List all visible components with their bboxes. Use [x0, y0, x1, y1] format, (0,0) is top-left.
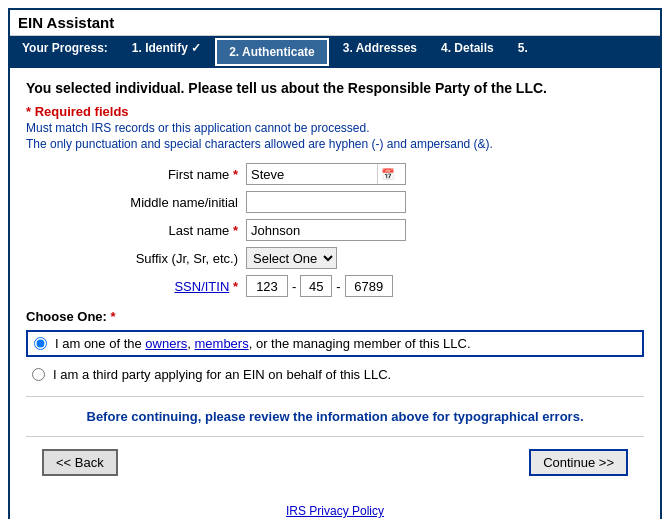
progress-bar: Your Progress: 1. Identify ✓ 2. Authenti… [10, 36, 660, 68]
page-heading: You selected individual. Please tell us … [26, 80, 644, 96]
progress-step-addresses[interactable]: 3. Addresses [331, 36, 429, 68]
first-name-required-star: * [233, 167, 238, 182]
footer: IRS Privacy Policy [10, 496, 660, 519]
back-button[interactable]: << Back [42, 449, 118, 476]
main-content: You selected individual. Please tell us … [10, 68, 660, 496]
app-title-text: EIN Assistant [18, 14, 114, 31]
divider-1 [26, 396, 644, 397]
ssn-part3-input[interactable] [345, 275, 393, 297]
radio-input-1[interactable] [34, 337, 47, 350]
ssn-sep-2: - [336, 279, 340, 294]
members-link[interactable]: members [195, 336, 249, 351]
radio-option-2[interactable]: I am a third party applying for an EIN o… [26, 363, 644, 386]
middle-name-label: Middle name/initial [86, 195, 246, 210]
choose-one-required-star: * [111, 309, 116, 324]
ssn-sep-1: - [292, 279, 296, 294]
radio-label-1: I am one of the owners, members, or the … [55, 336, 471, 351]
continue-button[interactable]: Continue >> [529, 449, 628, 476]
ssn-part1-input[interactable] [246, 275, 288, 297]
warning-note-1: Must match IRS records or this applicati… [26, 121, 644, 135]
first-name-row: First name * 📅 [86, 163, 644, 185]
radio-option-1[interactable]: I am one of the owners, members, or the … [26, 330, 644, 357]
before-continuing-text: Before continuing, please review the inf… [26, 409, 644, 424]
progress-label: Your Progress: [10, 36, 120, 68]
radio-label-2: I am a third party applying for an EIN o… [53, 367, 391, 382]
first-name-label: First name * [86, 167, 246, 182]
first-name-input[interactable] [247, 164, 377, 184]
privacy-policy-link[interactable]: IRS Privacy Policy [286, 504, 384, 518]
buttons-row: << Back Continue >> [26, 441, 644, 484]
required-note: * Required fields [26, 104, 644, 119]
radio-input-2[interactable] [32, 368, 45, 381]
progress-step-details[interactable]: 4. Details [429, 36, 506, 68]
suffix-label: Suffix (Jr, Sr, etc.) [86, 251, 246, 266]
progress-step-5[interactable]: 5. [506, 36, 540, 68]
divider-2 [26, 436, 644, 437]
app-title: EIN Assistant [10, 10, 660, 36]
form-section: First name * 📅 Middle name/initial Last [86, 163, 644, 297]
owners-link[interactable]: owners [145, 336, 187, 351]
first-name-input-wrapper[interactable]: 📅 [246, 163, 406, 185]
ssn-required-star: * [233, 279, 238, 294]
choose-one-label: Choose One: * [26, 309, 644, 324]
progress-step-authenticate[interactable]: 2. Authenticate [215, 38, 329, 66]
suffix-row: Suffix (Jr, Sr, etc.) Select One Jr Sr I… [86, 247, 644, 269]
choose-one-section: Choose One: * I am one of the owners, me… [26, 309, 644, 386]
first-name-calendar-icon: 📅 [377, 164, 397, 184]
progress-step-identify[interactable]: 1. Identify ✓ [120, 36, 213, 68]
middle-name-row: Middle name/initial [86, 191, 644, 213]
last-name-label: Last name * [86, 223, 246, 238]
middle-name-input[interactable] [246, 191, 406, 213]
ssn-part2-input[interactable] [300, 275, 332, 297]
suffix-select[interactable]: Select One Jr Sr II III IV [246, 247, 337, 269]
ssn-inputs: - - [246, 275, 393, 297]
last-name-input[interactable] [246, 219, 406, 241]
app-container: EIN Assistant Your Progress: 1. Identify… [8, 8, 662, 519]
ssn-row: SSN/ITIN * - - [86, 275, 644, 297]
last-name-required-star: * [233, 223, 238, 238]
ssn-label: SSN/ITIN * [86, 279, 246, 294]
last-name-row: Last name * [86, 219, 644, 241]
ssn-link[interactable]: SSN/ITIN [174, 279, 229, 294]
warning-note-2: The only punctuation and special charact… [26, 137, 644, 151]
